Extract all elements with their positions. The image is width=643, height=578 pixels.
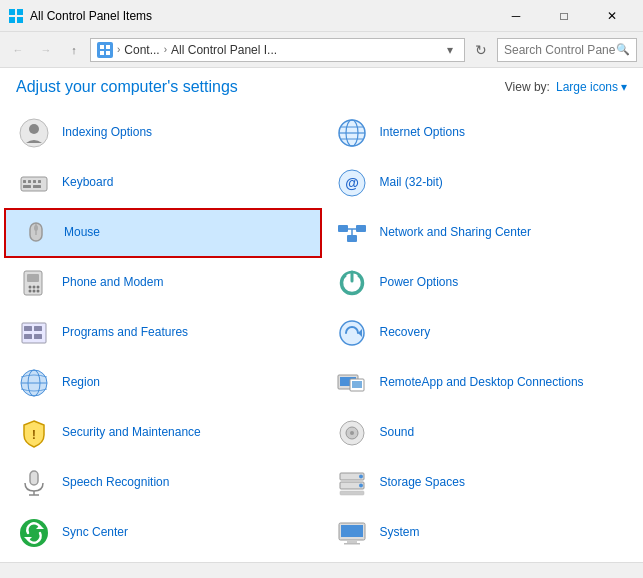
svg-text:@: @ xyxy=(345,175,359,191)
item-mouse[interactable]: Mouse xyxy=(4,208,322,258)
svg-point-39 xyxy=(37,290,40,293)
item-power-options[interactable]: Power Options xyxy=(322,258,640,308)
window-controls: ─ □ ✕ xyxy=(493,1,635,31)
path-segment2[interactable]: All Control Panel I... xyxy=(171,43,277,57)
svg-rect-19 xyxy=(38,180,41,183)
svg-rect-46 xyxy=(34,334,42,339)
svg-rect-1 xyxy=(17,9,23,15)
svg-point-35 xyxy=(33,286,36,289)
item-remoteapp[interactable]: RemoteApp and Desktop Connections xyxy=(322,358,640,408)
item-recovery[interactable]: Recovery xyxy=(322,308,640,358)
recovery-label: Recovery xyxy=(380,325,431,341)
security-maintenance-label: Security and Maintenance xyxy=(62,425,201,441)
recovery-icon xyxy=(334,315,370,351)
phone-modem-label: Phone and Modem xyxy=(62,275,163,291)
storage-spaces-label: Storage Spaces xyxy=(380,475,465,491)
item-indexing-options[interactable]: Indexing Options xyxy=(4,108,322,158)
power-options-label: Power Options xyxy=(380,275,459,291)
item-sync-center[interactable]: Sync Center xyxy=(4,508,322,558)
item-keyboard[interactable]: Keyboard xyxy=(4,158,322,208)
svg-rect-33 xyxy=(27,274,39,282)
svg-rect-17 xyxy=(28,180,31,183)
item-speech-recognition[interactable]: Speech Recognition xyxy=(4,458,322,508)
svg-rect-21 xyxy=(33,185,41,188)
svg-point-9 xyxy=(29,124,39,134)
status-bar xyxy=(0,562,643,578)
window-icon xyxy=(8,8,24,24)
phone-modem-icon xyxy=(16,265,52,301)
path-chevron2: › xyxy=(164,44,167,55)
view-by-dropdown[interactable]: Large icons ▾ xyxy=(556,80,627,94)
svg-point-34 xyxy=(29,286,32,289)
svg-rect-20 xyxy=(23,185,31,188)
svg-rect-18 xyxy=(33,180,36,183)
content-header: Adjust your computer's settings View by:… xyxy=(0,68,643,104)
svg-rect-15 xyxy=(21,177,47,191)
path-chevron1: › xyxy=(117,44,120,55)
item-system[interactable]: System xyxy=(322,508,640,558)
svg-point-37 xyxy=(29,290,32,293)
mouse-icon xyxy=(18,215,54,251)
security-maintenance-icon: ! xyxy=(16,415,52,451)
svg-rect-4 xyxy=(100,45,104,49)
programs-features-label: Programs and Features xyxy=(62,325,188,341)
minimize-button[interactable]: ─ xyxy=(493,1,539,31)
close-button[interactable]: ✕ xyxy=(589,1,635,31)
svg-point-26 xyxy=(34,225,38,231)
mouse-label: Mouse xyxy=(64,225,100,241)
region-icon xyxy=(16,365,52,401)
window-title: All Control Panel Items xyxy=(30,9,493,23)
svg-rect-29 xyxy=(347,235,357,242)
item-security-maintenance[interactable]: ! Security and Maintenance xyxy=(4,408,322,458)
item-region[interactable]: Region xyxy=(4,358,322,408)
svg-rect-45 xyxy=(24,334,32,339)
refresh-button[interactable]: ↻ xyxy=(469,38,493,62)
item-programs-features[interactable]: Programs and Features xyxy=(4,308,322,358)
item-phone-modem[interactable]: Phone and Modem xyxy=(4,258,322,308)
svg-point-59 xyxy=(350,431,354,435)
remoteapp-icon xyxy=(334,365,370,401)
svg-rect-28 xyxy=(356,225,366,232)
svg-point-64 xyxy=(359,475,363,479)
view-by-chevron: ▾ xyxy=(621,80,627,94)
path-segment1[interactable]: Cont... xyxy=(124,43,159,57)
back-button[interactable]: ← xyxy=(6,38,30,62)
search-input[interactable] xyxy=(504,43,616,57)
item-sound[interactable]: Sound xyxy=(322,408,640,458)
svg-rect-2 xyxy=(9,17,15,23)
item-mail-32bit[interactable]: @ Mail (32-bit) xyxy=(322,158,640,208)
svg-rect-5 xyxy=(106,45,110,49)
svg-point-38 xyxy=(33,290,36,293)
path-icon xyxy=(97,42,113,58)
address-bar: ← → ↑ › Cont... › All Control Panel I...… xyxy=(0,32,643,68)
remoteapp-label: RemoteApp and Desktop Connections xyxy=(380,375,584,391)
view-by-control[interactable]: View by: Large icons ▾ xyxy=(505,80,627,94)
up-button[interactable]: ↑ xyxy=(62,38,86,62)
item-network-sharing[interactable]: Network and Sharing Center xyxy=(322,208,640,258)
item-storage-spaces[interactable]: Storage Spaces xyxy=(322,458,640,508)
svg-rect-16 xyxy=(23,180,26,183)
programs-features-icon xyxy=(16,315,52,351)
sync-center-label: Sync Center xyxy=(62,525,128,541)
search-box[interactable]: 🔍 xyxy=(497,38,637,62)
svg-rect-0 xyxy=(9,9,15,15)
svg-rect-27 xyxy=(338,225,348,232)
svg-rect-43 xyxy=(24,326,32,331)
maximize-button[interactable]: □ xyxy=(541,1,587,31)
items-container[interactable]: Indexing Options Internet Options xyxy=(0,104,643,562)
system-icon xyxy=(334,515,370,551)
region-label: Region xyxy=(62,375,100,391)
page-title: Adjust your computer's settings xyxy=(16,78,238,96)
network-sharing-label: Network and Sharing Center xyxy=(380,225,531,241)
svg-rect-74 xyxy=(344,543,360,545)
speech-recognition-label: Speech Recognition xyxy=(62,475,169,491)
sound-icon xyxy=(334,415,370,451)
forward-button[interactable]: → xyxy=(34,38,58,62)
view-by-value: Large icons xyxy=(556,80,618,94)
mail-32bit-label: Mail (32-bit) xyxy=(380,175,443,191)
path-dropdown[interactable]: ▾ xyxy=(442,43,458,57)
internet-options-label: Internet Options xyxy=(380,125,465,141)
item-internet-options[interactable]: Internet Options xyxy=(322,108,640,158)
indexing-options-label: Indexing Options xyxy=(62,125,152,141)
address-path[interactable]: › Cont... › All Control Panel I... ▾ xyxy=(90,38,465,62)
